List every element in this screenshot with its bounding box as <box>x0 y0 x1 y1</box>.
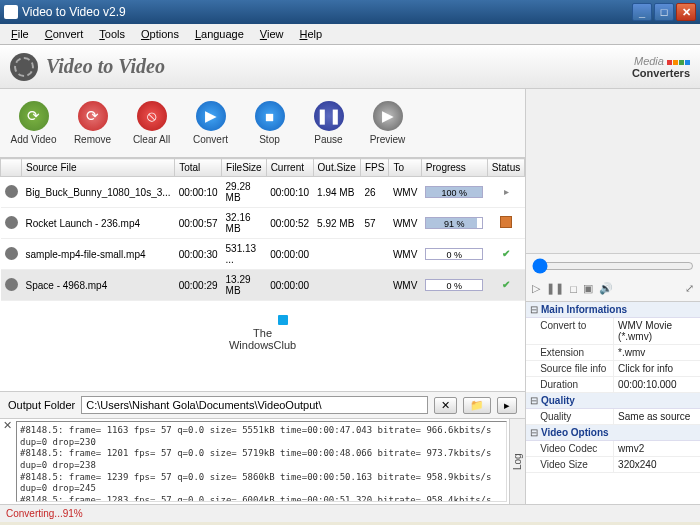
watermark: The WindowsClub <box>0 301 525 365</box>
volume-icon[interactable]: 🔊 <box>599 282 613 295</box>
progress-bar: 100 % <box>425 186 483 198</box>
column-header[interactable]: Current <box>266 159 313 177</box>
status-busy-icon <box>500 216 512 228</box>
toolbar-label: Clear All <box>133 134 170 145</box>
preview-pane <box>526 89 700 254</box>
property-category[interactable]: Video Options <box>526 425 700 441</box>
clear-all-icon: ⦸ <box>137 101 167 131</box>
toolbar-label: Convert <box>193 134 228 145</box>
log-output[interactable]: #8148.5: frame= 1163 fps= 57 q=0.0 size=… <box>16 421 507 502</box>
table-row[interactable]: Big_Buck_Bunny_1080_10s_3...00:00:1029.2… <box>1 177 525 208</box>
output-clear-button[interactable]: ✕ <box>434 397 457 414</box>
column-header[interactable]: Total <box>175 159 222 177</box>
pause-small-icon[interactable]: ❚❚ <box>546 282 564 295</box>
table-row[interactable]: Space - 4968.mp400:00:2913.29 MB00:00:00… <box>1 270 525 301</box>
property-row[interactable]: Video Size320x240 <box>526 457 700 473</box>
status-ready-icon: ✔ <box>500 248 512 260</box>
pause-icon: ❚❚ <box>314 101 344 131</box>
app-icon <box>4 5 18 19</box>
output-row: Output Folder ✕ 📁 ▸ <box>0 391 525 418</box>
output-open-button[interactable]: ▸ <box>497 397 517 414</box>
pause-button[interactable]: ❚❚Pause <box>301 95 356 151</box>
status-bar: Converting...91% <box>0 504 700 522</box>
column-header[interactable]: Out.Size <box>313 159 360 177</box>
clear-all-button[interactable]: ⦸Clear All <box>124 95 179 151</box>
column-header[interactable]: FPS <box>360 159 388 177</box>
status-done-icon: ▸ <box>500 186 512 198</box>
maximize-button[interactable]: □ <box>654 3 674 21</box>
preview-icon: ▶ <box>373 101 403 131</box>
file-type-icon <box>5 278 18 291</box>
menu-convert[interactable]: Convert <box>38 26 91 42</box>
remove-icon: ⟳ <box>78 101 108 131</box>
titlebar[interactable]: Video to Video v2.9 _ □ ✕ <box>0 0 700 24</box>
table-row[interactable]: Rocket Launch - 236.mp400:00:5732.16 MB0… <box>1 208 525 239</box>
menubar: FileConvertToolsOptionsLanguageViewHelp <box>0 24 700 45</box>
property-category[interactable]: Main Informations <box>526 302 700 318</box>
status-text: Converting...91% <box>6 508 83 519</box>
column-header[interactable]: To <box>389 159 421 177</box>
file-type-icon <box>5 185 18 198</box>
file-table: Source FileTotalFileSizeCurrentOut.SizeF… <box>0 158 525 301</box>
progress-bar: 91 % <box>425 217 483 229</box>
stop-icon: ■ <box>255 101 285 131</box>
snapshot-icon[interactable]: ▣ <box>583 282 593 295</box>
column-header[interactable]: Progress <box>421 159 487 177</box>
log-close-button[interactable]: ✕ <box>0 419 14 504</box>
progress-bar: 0 % <box>425 248 483 260</box>
property-row[interactable]: Duration00:00:10.000 <box>526 377 700 393</box>
menu-view[interactable]: View <box>253 26 291 42</box>
file-type-icon <box>5 247 18 260</box>
toolbar-label: Remove <box>74 134 111 145</box>
table-row[interactable]: sample-mp4-file-small.mp400:00:30531.13 … <box>1 239 525 270</box>
log-tab[interactable]: Log <box>509 419 525 504</box>
file-type-icon <box>5 216 18 229</box>
play-icon[interactable]: ▷ <box>532 282 540 295</box>
column-header[interactable] <box>1 159 22 177</box>
add-video-icon: ⟳ <box>19 101 49 131</box>
property-row[interactable]: Source file infoClick for info <box>526 361 700 377</box>
properties-grid: Main InformationsConvert toWMV Movie (*.… <box>526 302 700 504</box>
expand-icon[interactable]: ⤢ <box>685 282 694 295</box>
remove-button[interactable]: ⟳Remove <box>65 95 120 151</box>
menu-language[interactable]: Language <box>188 26 251 42</box>
column-header[interactable]: FileSize <box>222 159 267 177</box>
brand-logo: Media Converters <box>632 55 690 79</box>
window-title: Video to Video v2.9 <box>22 5 126 19</box>
film-reel-icon <box>10 53 38 81</box>
output-folder-input[interactable] <box>81 396 428 414</box>
output-label: Output Folder <box>8 399 75 411</box>
convert-icon: ▶ <box>196 101 226 131</box>
column-header[interactable]: Status <box>487 159 524 177</box>
column-header[interactable]: Source File <box>22 159 175 177</box>
property-row[interactable]: QualitySame as source <box>526 409 700 425</box>
app-title: Video to Video <box>46 55 165 78</box>
menu-options[interactable]: Options <box>134 26 186 42</box>
menu-help[interactable]: Help <box>293 26 330 42</box>
menu-tools[interactable]: Tools <box>92 26 132 42</box>
output-browse-button[interactable]: 📁 <box>463 397 491 414</box>
add-video-button[interactable]: ⟳Add Video <box>6 95 61 151</box>
convert-button[interactable]: ▶Convert <box>183 95 238 151</box>
toolbar-label: Pause <box>314 134 342 145</box>
menu-file[interactable]: File <box>4 26 36 42</box>
property-row[interactable]: Video Codecwmv2 <box>526 441 700 457</box>
stop-small-icon[interactable]: □ <box>570 283 577 295</box>
app-header: Video to Video Media Converters <box>0 45 700 89</box>
status-ready-icon: ✔ <box>500 279 512 291</box>
progress-bar: 0 % <box>425 279 483 291</box>
close-button[interactable]: ✕ <box>676 3 696 21</box>
preview-button[interactable]: ▶Preview <box>360 95 415 151</box>
main-toolbar: ⟳Add Video⟳Remove⦸Clear All▶Convert■Stop… <box>0 89 525 158</box>
property-row[interactable]: Convert toWMV Movie (*.wmv) <box>526 318 700 345</box>
minimize-button[interactable]: _ <box>632 3 652 21</box>
toolbar-label: Stop <box>259 134 280 145</box>
preview-seek-slider[interactable] <box>532 258 694 274</box>
property-category[interactable]: Quality <box>526 393 700 409</box>
toolbar-label: Add Video <box>11 134 57 145</box>
property-row[interactable]: Extension*.wmv <box>526 345 700 361</box>
preview-slider-row <box>526 254 700 280</box>
stop-button[interactable]: ■Stop <box>242 95 297 151</box>
toolbar-label: Preview <box>370 134 406 145</box>
